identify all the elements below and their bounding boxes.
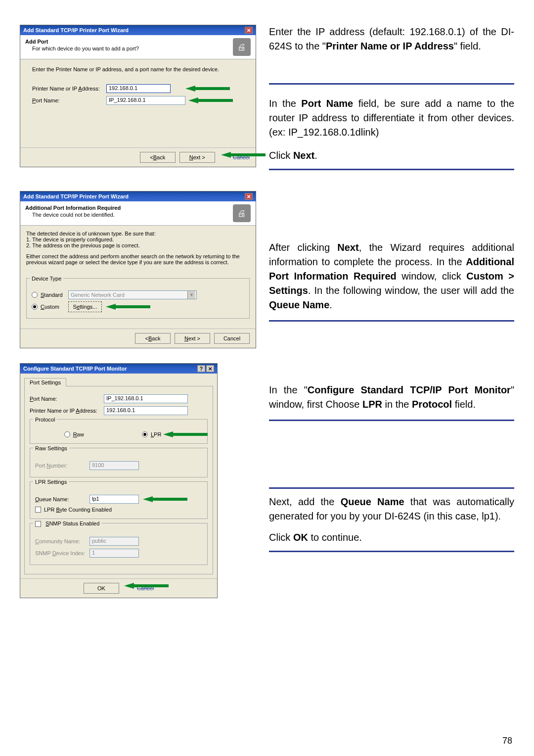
- instruction-text: In the "Configure Standard TCP/IP Port M…: [269, 383, 514, 412]
- port-name-input[interactable]: IP_192.168.0.1: [104, 394, 188, 403]
- dialog-subtext: The device could not be identified.: [32, 212, 121, 218]
- separator: [269, 83, 514, 85]
- raw-settings-fieldset: Raw Settings Port Number: 9100: [30, 448, 208, 477]
- queue-name-label: Queue Name:: [35, 496, 89, 502]
- snmp-fieldset: SNMP Status Enabled Community Name: publ…: [30, 523, 208, 565]
- body-text: 1. The device is properly configured.: [26, 236, 250, 242]
- lpr-settings-fieldset: LPR Settings Queue Name: lp1 LPR Byte Co…: [30, 481, 208, 519]
- port-number-input: 9100: [89, 461, 139, 470]
- back-button[interactable]: < Back: [140, 152, 176, 163]
- tab-port-settings[interactable]: Port Settings: [24, 378, 66, 386]
- device-type-fieldset: Device Type Standard Generic Network Car…: [26, 278, 250, 319]
- arrow-icon: [124, 583, 134, 589]
- instruction-text: Click Next.: [269, 148, 514, 163]
- community-label: Community Name:: [35, 538, 89, 544]
- dialog-instruction: Enter the Printer Name or IP address, an…: [32, 66, 250, 72]
- arrow-icon: [163, 431, 173, 437]
- dialog-subtext: For which device do you want to add a po…: [32, 46, 139, 51]
- arrow-icon: [221, 152, 231, 158]
- next-button[interactable]: Next >: [179, 152, 215, 163]
- printer-name-input[interactable]: 192.168.0.1: [106, 84, 171, 93]
- dialog-title: Add Standard TCP/IP Printer Port Wizard: [23, 27, 129, 33]
- standard-radio[interactable]: [32, 292, 38, 298]
- separator: [269, 487, 514, 489]
- instruction-text: Next, add the Queue Name that was automa…: [269, 495, 514, 523]
- lpr-radio[interactable]: [142, 431, 148, 437]
- dialog-titlebar: Add Standard TCP/IP Printer Port Wizard …: [20, 25, 256, 35]
- instruction-text: After clicking Next, the Wizard requires…: [269, 240, 514, 312]
- chevron-down-icon: ▼: [187, 291, 195, 299]
- snmp-index-label: SNMP Device Index:: [35, 550, 89, 556]
- port-name-label: Port Name:: [30, 396, 104, 402]
- raw-radio[interactable]: [64, 431, 70, 437]
- add-port-dialog: Add Standard TCP/IP Printer Port Wizard …: [20, 25, 256, 167]
- printer-name-label: Printer Name or IP Address:: [32, 86, 106, 92]
- body-text: 2. The address on the previous page is c…: [26, 242, 250, 248]
- close-icon[interactable]: ✕: [245, 193, 253, 200]
- next-button[interactable]: Next >: [175, 333, 210, 344]
- snmp-index-input: 1: [89, 549, 139, 558]
- body-text: Either correct the address and perform a…: [26, 253, 250, 265]
- lpr-label: LPR: [151, 431, 161, 437]
- ok-button[interactable]: OK: [84, 583, 119, 594]
- separator: [269, 320, 514, 322]
- custom-radio[interactable]: [32, 304, 38, 310]
- snmp-checkbox[interactable]: [35, 521, 41, 527]
- dialog-title: Add Standard TCP/IP Printer Port Wizard: [23, 193, 129, 199]
- body-text: The detected device is of unknown type. …: [26, 231, 250, 236]
- lpr-byte-label: LPR Byte Counting Enabled: [44, 507, 112, 513]
- close-icon[interactable]: ✕: [245, 27, 253, 34]
- dialog-heading: Additional Port Information Required: [25, 205, 121, 211]
- lpr-byte-checkbox[interactable]: [35, 507, 41, 513]
- port-name-input[interactable]: IP_192.168.0.1: [106, 96, 185, 105]
- custom-label: Custom: [41, 304, 68, 310]
- tab-strip: Port Settings: [24, 378, 213, 386]
- additional-info-dialog: Add Standard TCP/IP Printer Port Wizard …: [20, 191, 256, 348]
- port-number-label: Port Number:: [35, 463, 89, 469]
- printer-name-input[interactable]: 192.168.0.1: [104, 406, 188, 415]
- dialog-heading: Add Port: [25, 39, 139, 45]
- page-number: 78: [502, 736, 512, 746]
- separator: [269, 169, 514, 170]
- arrow-icon: [188, 97, 198, 103]
- cancel-button[interactable]: Cancel: [214, 333, 250, 344]
- protocol-fieldset: Protocol Raw LPR: [30, 419, 208, 444]
- instruction-text: Enter the IP address (default: 192.168.0…: [269, 25, 514, 53]
- separator: [269, 551, 514, 552]
- fieldset-legend: Device Type: [30, 276, 63, 282]
- instruction-text: In the Port Name field, be sure add a na…: [269, 96, 514, 140]
- help-icon[interactable]: ?: [197, 365, 205, 372]
- standard-label: Standard: [41, 292, 68, 298]
- raw-label: Raw: [73, 431, 84, 437]
- printer-icon: 🖨: [233, 38, 251, 56]
- fieldset-legend: Protocol: [33, 417, 57, 423]
- fieldset-legend: LPR Settings: [33, 479, 69, 485]
- printer-icon: 🖨: [233, 204, 251, 222]
- arrow-icon: [143, 496, 153, 502]
- close-icon[interactable]: ✕: [206, 365, 214, 372]
- fieldset-legend: Raw Settings: [33, 445, 69, 451]
- arrow-icon: [106, 304, 116, 310]
- dialog-title: Configure Standard TCP/IP Port Monitor: [23, 366, 127, 372]
- dialog-titlebar: Add Standard TCP/IP Printer Port Wizard …: [20, 191, 256, 201]
- back-button[interactable]: < Back: [135, 333, 171, 344]
- arrow-icon: [185, 86, 195, 92]
- standard-dropdown: Generic Network Card ▼: [68, 290, 197, 299]
- separator: [269, 420, 514, 421]
- port-name-label: Port Name:: [32, 97, 106, 103]
- configure-port-dialog: Configure Standard TCP/IP Port Monitor ?…: [20, 363, 218, 598]
- instruction-text: Click OK to continue.: [269, 530, 514, 545]
- queue-name-input[interactable]: lp1: [89, 495, 139, 504]
- community-input: public: [89, 537, 139, 546]
- settings-button[interactable]: Settings...: [68, 301, 102, 312]
- dialog-titlebar: Configure Standard TCP/IP Port Monitor ?…: [20, 364, 217, 374]
- fieldset-legend: SNMP Status Enabled: [33, 520, 101, 527]
- printer-name-label: Printer Name or IP Address:: [30, 408, 104, 414]
